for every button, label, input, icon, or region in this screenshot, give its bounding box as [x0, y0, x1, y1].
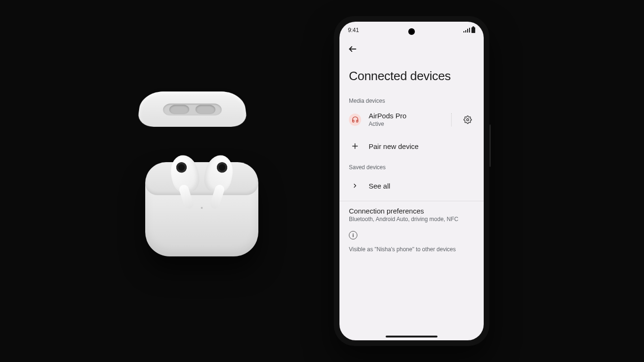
- pair-new-device-row[interactable]: Pair new device: [339, 133, 484, 159]
- back-button[interactable]: [346, 42, 359, 56]
- svg-point-1: [467, 118, 469, 121]
- pair-label: Pair new device: [369, 142, 474, 150]
- device-settings-button[interactable]: [461, 115, 474, 124]
- see-all-row[interactable]: See all: [339, 173, 484, 199]
- gesture-bar[interactable]: [386, 336, 438, 337]
- see-all-label: See all: [369, 182, 474, 190]
- device-row-airpods[interactable]: AirPods Pro Active: [339, 106, 484, 133]
- phone-screen: 9:41 Connected devices Media devices Air: [339, 22, 484, 340]
- device-name: AirPods Pro: [369, 112, 442, 120]
- signal-icon: [463, 28, 470, 33]
- connection-preferences-row[interactable]: Connection preferences Bluetooth, Androi…: [339, 201, 484, 223]
- visibility-text: Visible as "Nisha's phone" to other devi…: [339, 241, 484, 257]
- headphones-icon: [349, 114, 361, 126]
- device-status: Active: [369, 121, 442, 127]
- row-divider: [451, 113, 452, 126]
- section-label-saved: Saved devices: [339, 159, 484, 173]
- gear-icon: [463, 115, 472, 124]
- battery-icon: [471, 27, 475, 33]
- status-time: 9:41: [348, 27, 359, 33]
- chevron-right-icon: [352, 182, 358, 189]
- info-row: i: [339, 223, 484, 241]
- phone-frame: 9:41 Connected devices Media devices Air: [334, 16, 489, 346]
- plus-icon: [351, 142, 359, 150]
- info-icon: i: [349, 231, 357, 239]
- airpods-case-lid: [137, 91, 248, 127]
- pref-title: Connection preferences: [349, 207, 474, 215]
- camera-hole: [408, 28, 415, 35]
- airpods-case-body: [145, 162, 258, 256]
- airpods-product-image: [136, 106, 268, 256]
- section-label-media: Media devices: [339, 93, 484, 106]
- pref-subtitle: Bluetooth, Android Auto, driving mode, N…: [349, 216, 474, 222]
- page-title: Connected devices: [339, 58, 484, 93]
- arrow-left-icon: [348, 44, 357, 54]
